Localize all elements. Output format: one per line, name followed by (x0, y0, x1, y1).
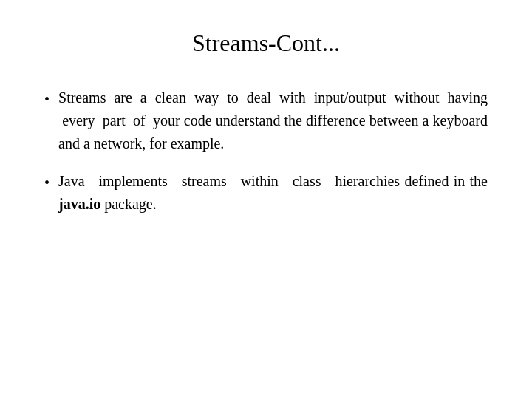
bullet-dot-2: • (44, 171, 50, 194)
bullet-item-1: • Streams are a clean way to deal with i… (44, 86, 488, 155)
slide-title: Streams-Cont... (44, 30, 488, 57)
slide-content: • Streams are a clean way to deal with i… (44, 86, 488, 216)
bullet-dot-1: • (44, 88, 50, 110)
bullet-text-1: Streams are a clean way to deal with inp… (58, 86, 488, 155)
java-io-bold: java.io (58, 196, 100, 212)
bullet-text-2: Java implements streams within class hie… (58, 170, 488, 216)
bullet-item-2: • Java implements streams within class h… (44, 170, 488, 216)
